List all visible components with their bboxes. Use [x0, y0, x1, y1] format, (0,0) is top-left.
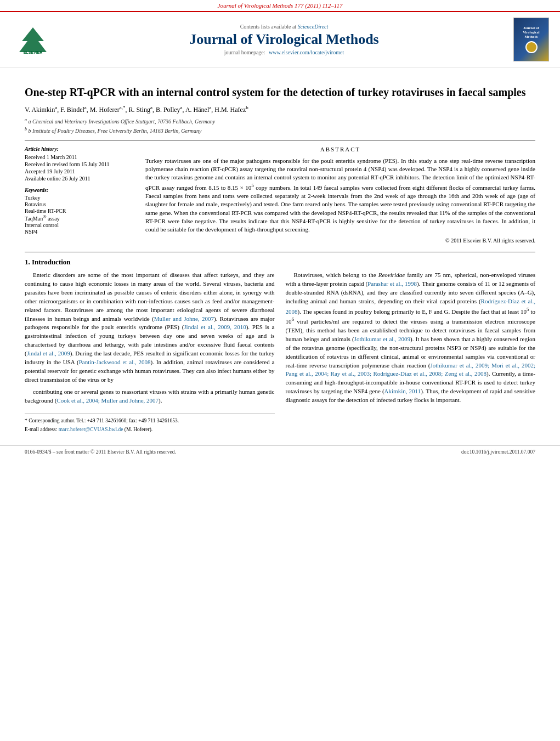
footnote-corresponding: * Corresponding author. Tel.: +49 711 34…	[25, 417, 275, 425]
svg-text:ELSEVIER: ELSEVIER	[24, 50, 43, 54]
abstract-body: Turkey rotaviruses are one of the major …	[145, 157, 535, 234]
footer-doi: doi:10.1016/j.jviromet.2011.07.007	[461, 449, 535, 455]
elsevier-logo-icon: ELSEVIER	[11, 25, 55, 55]
footnote-email: E-mail address: marc.hoferer@CVUAS.bwl.d…	[25, 426, 275, 434]
banner-center: Contents lists available at ScienceDirec…	[55, 24, 513, 55]
keyword-turkey: Turkey	[25, 195, 134, 201]
ref-jothikumar-2009[interactable]: Jothikumar et al., 2009	[354, 336, 410, 342]
intro-para-1: Enteric disorders are some of the most i…	[25, 271, 275, 384]
ref-jindal-2009b[interactable]: Jindal et al., 2009	[27, 350, 70, 357]
elsevier-logo-area: ELSEVIER	[11, 25, 55, 55]
intro-para-reoviridae: Rotaviruses, which belong to the Reoviri…	[286, 271, 536, 405]
abstract-col: ABSTRACT Turkey rotaviruses are one of t…	[145, 146, 535, 244]
ref-akimkin-2011[interactable]: Akimkin, 2011	[384, 388, 421, 394]
section-divider-intro	[25, 252, 535, 252]
ref-rodriguez-2008[interactable]: Rodríguez-Díaz et al., 2008	[286, 298, 535, 315]
footnote-area: * Corresponding author. Tel.: +49 711 34…	[25, 414, 275, 434]
keyword-nsp4: NSP4	[25, 229, 134, 235]
intro-para-2-continued: contributing one or several genes to rea…	[25, 388, 275, 405]
footer-issn: 0166-0934/$ – see front matter © 2011 El…	[25, 449, 176, 455]
abstract-heading: ABSTRACT	[145, 146, 535, 152]
journal-ref-text: Journal of Virological Methods 177 (2011…	[218, 2, 343, 9]
body-two-col: Enteric disorders are some of the most i…	[25, 271, 535, 435]
keyword-internal-control: Internal control	[25, 222, 134, 228]
homepage-url[interactable]: www.elsevier.com/locate/jviromet	[269, 49, 344, 55]
journal-thumbnail: Journal ofVirologicalMethods	[513, 18, 549, 61]
ref-parashar-1998[interactable]: Parashar et al., 1998	[367, 280, 417, 287]
journal-title-banner: Journal of Virological Methods	[55, 31, 513, 48]
article-history-label: Article history:	[25, 146, 134, 152]
keywords-label: Keywords:	[25, 187, 134, 193]
email-link[interactable]: marc.hoferer@CVUAS.bwl.de	[59, 427, 123, 432]
abstract-copyright: © 2011 Elsevier B.V. All rights reserved…	[145, 237, 535, 244]
ref-jindal-2009-2010[interactable]: Jindal et al., 2009, 2010	[184, 324, 246, 330]
footer-bar: 0166-0934/$ – see front matter © 2011 El…	[0, 445, 560, 458]
ref-cook-2004[interactable]: Cook et al., 2004; Muller and Johne, 200…	[56, 397, 159, 404]
affiliation-a: a a Chemical and Veterinary Investigatio…	[25, 117, 535, 125]
article-title: One-step RT-qPCR with an internal contro…	[25, 85, 535, 99]
journal-thumb-title: Journal ofVirologicalMethods	[523, 26, 539, 38]
accepted-date: Accepted 19 July 2011	[25, 168, 134, 174]
divider-after-affiliations	[25, 140, 535, 140]
main-content: One-step RT-qPCR with an internal contro…	[0, 67, 560, 445]
affiliation-b: b b Institute of Poultry Diseases, Free …	[25, 127, 535, 134]
journal-ref-bar: Journal of Virological Methods 177 (2011…	[0, 0, 560, 12]
abstract-section: Article history: Received 1 March 2011 R…	[25, 146, 535, 244]
keyword-taqman: TaqMan® assay	[25, 214, 134, 222]
keyword-rotavirus: Rotavirus	[25, 201, 134, 207]
revised-date: Received in revised form 15 July 2011	[25, 161, 134, 167]
sciencedirect-link[interactable]: ScienceDirect	[298, 24, 329, 30]
journal-banner: ELSEVIER Contents lists available at Sci…	[0, 12, 560, 67]
body-left-col: Enteric disorders are some of the most i…	[25, 271, 275, 435]
sciencedirect-line: Contents lists available at ScienceDirec…	[55, 24, 513, 30]
available-date: Available online 26 July 2011	[25, 176, 134, 182]
journal-homepage-line: journal homepage: www.elsevier.com/locat…	[55, 49, 513, 55]
ref-multiple-refs[interactable]: Jothikumar et al., 2009; Mori et al., 20…	[286, 362, 535, 377]
keyword-rtpcr: Real-time RT-PCR	[25, 208, 134, 214]
received-date: Received 1 March 2011	[25, 154, 134, 160]
authors-line: V. Akimkina, F. Bindela, M. Hoferera,*, …	[25, 105, 535, 114]
page: Journal of Virological Methods 177 (2011…	[0, 0, 560, 741]
left-meta-col: Article history: Received 1 March 2011 R…	[25, 146, 134, 244]
body-right-col: Rotaviruses, which belong to the Reoviri…	[286, 271, 536, 435]
ref-pantin-2008[interactable]: Pantin-Jackwood et al., 2008	[79, 359, 151, 365]
journal-thumb-emblem	[525, 41, 538, 53]
intro-heading: 1. Introduction	[25, 258, 535, 267]
ref-muller-johne-2007[interactable]: Muller and Johne, 2007	[154, 315, 214, 322]
